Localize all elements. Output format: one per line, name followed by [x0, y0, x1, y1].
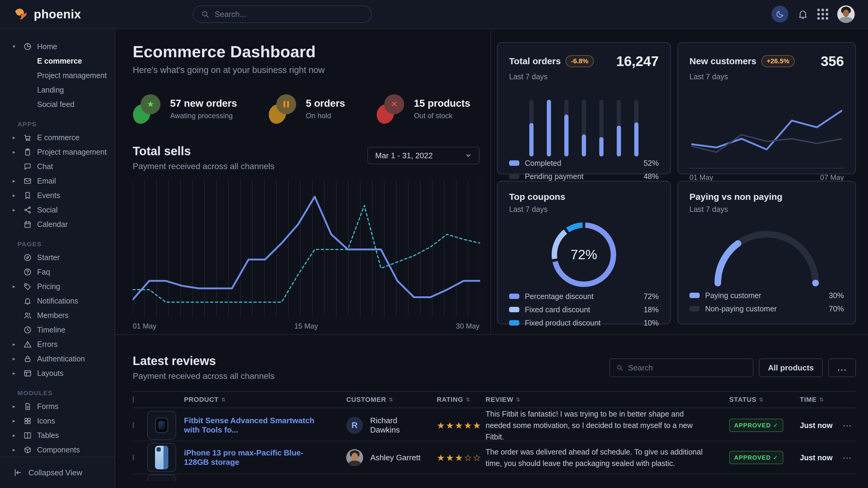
sidebar-item-authentication[interactable]: ▸Authentication [13, 352, 108, 366]
date-range-select[interactable]: Mar 1 - 31, 2022 [367, 147, 479, 164]
brand[interactable]: phoenix [13, 6, 81, 22]
stat-new-orders: ★ 57 new orders Awating processing [133, 94, 237, 123]
sidebar-item-email[interactable]: ▸Email [13, 174, 108, 188]
sidebar-item-social-feed[interactable]: Social feed [13, 97, 108, 111]
sidebar-item-social[interactable]: ▸Social [13, 202, 108, 217]
sidebar-item-starter[interactable]: Starter [13, 250, 108, 265]
column-rating[interactable]: RATING⇅ [428, 396, 486, 403]
kpi-cards: Total orders -6.8% 16,247 Last 7 days Co… [491, 29, 868, 334]
paying-card: Paying vs non paying Last 7 days Payi [677, 181, 856, 324]
sidebar-item-chat[interactable]: Chat [13, 159, 108, 174]
clipboard-icon [24, 148, 32, 156]
sidebar-item-faq[interactable]: Faq [13, 265, 108, 279]
sidebar-item-layouts[interactable]: ▸Layouts [13, 366, 108, 380]
stat-out-of-stock: ✕ 15 products Out of stock [376, 94, 470, 123]
latest-reviews-section: Latest reviews Payment received across a… [115, 335, 868, 488]
sidebar-item-ecommerce[interactable]: ▸E commerce [13, 130, 108, 145]
new-customers-badge: +26.5% [761, 55, 795, 67]
sort-icon: ⇅ [759, 396, 764, 403]
table-row-partial [133, 475, 856, 481]
reviews-search-input[interactable] [628, 363, 746, 372]
table-row: Fitbit Sense Advanced Smartwatch with To… [133, 408, 856, 441]
collapse-sidebar-button[interactable]: Collapsed View [0, 457, 115, 488]
sidebar-item-icons[interactable]: ▸Icons [13, 414, 108, 428]
sidebar-item-components[interactable]: ▸Components [13, 443, 108, 457]
customer-avatar: R [346, 417, 363, 434]
sidebar-item-timeline[interactable]: Timeline [13, 323, 108, 337]
table-row: iPhone 13 pro max-Pacific Blue-128GB sto… [133, 441, 856, 475]
review-text: The order was delivered ahead of schedul… [486, 446, 715, 469]
total-sells-subtitle: Payment received across all channels [133, 162, 275, 171]
legend-non-paying: Non-paying customer 70% [689, 302, 844, 315]
legend-paying: Paying customer 30% [689, 289, 844, 302]
column-product[interactable]: PRODUCT⇅ [184, 396, 335, 403]
column-time[interactable]: TIME⇅ [787, 396, 838, 403]
sidebar-item-project-management[interactable]: ▸Project management [13, 145, 108, 159]
reviews-subtitle: Payment received across all channels [133, 371, 275, 381]
product-link[interactable]: iPhone 13 pro max-Pacific Blue-128GB sto… [184, 448, 335, 467]
row-checkbox[interactable] [133, 454, 134, 461]
review-time: Just now [787, 421, 838, 430]
global-search-input[interactable] [215, 10, 364, 19]
sidebar-item-calendar[interactable]: Calendar [13, 217, 108, 231]
bell-icon [24, 297, 32, 305]
orders-star-icon: ★ [133, 94, 162, 123]
sidebar-item-landing[interactable]: Landing [13, 83, 108, 97]
sidebar-heading-modules: MODULES [18, 389, 108, 397]
collapse-left-icon [13, 468, 22, 477]
sort-icon: ⇅ [819, 396, 824, 403]
theme-toggle-button[interactable] [772, 6, 788, 23]
caret-right-icon: ▸ [13, 207, 18, 213]
caret-right-icon: ▸ [13, 447, 18, 453]
reviews-table: PRODUCT⇅ CUSTOMER⇅ RATING⇅ REVIEW⇅ STATU… [133, 391, 856, 481]
all-products-button[interactable]: All products [759, 358, 823, 377]
row-menu-button[interactable]: ⋯ [838, 420, 856, 431]
column-review[interactable]: REVIEW⇅ [486, 396, 715, 403]
caret-right-icon: ▸ [13, 356, 18, 362]
cart-icon [24, 133, 32, 142]
sidebar-item-pricing[interactable]: ▸Pricing [13, 279, 108, 294]
notifications-button[interactable] [798, 9, 808, 20]
sidebar-item-events[interactable]: ▸Events [13, 188, 108, 202]
sidebar-item-project-management-home[interactable]: Project management [13, 68, 108, 83]
global-search[interactable] [193, 5, 372, 23]
question-circle-icon [24, 268, 32, 276]
sidebar-item-forms[interactable]: ▸Forms [13, 399, 108, 414]
sidebar-item-members[interactable]: Members [13, 308, 108, 323]
column-customer[interactable]: CUSTOMER⇅ [335, 396, 428, 403]
caret-right-icon: ▸ [13, 341, 18, 347]
page-title: Ecommerce Dashboard [133, 42, 479, 61]
coupons-donut-chart: 72% [549, 220, 619, 290]
product-link[interactable]: Fitbit Sense Advanced Smartwatch with To… [184, 416, 335, 435]
customer-cell: Ashley Garrett [335, 449, 428, 466]
customers-x-axis: 01 May 07 May [689, 173, 844, 182]
tag-icon [24, 283, 32, 291]
sort-icon: ⇅ [389, 396, 394, 403]
sidebar: ▾ Home E commerce Project management Lan… [0, 29, 115, 488]
page-subtitle: Here's what's going on at your business … [133, 65, 479, 75]
customer-cell: R Richard Dawkins [335, 416, 428, 435]
select-all-checkbox[interactable] [133, 396, 134, 403]
share-icon [24, 206, 32, 214]
main-content: Ecommerce Dashboard Here's what's going … [115, 29, 868, 488]
lock-icon [24, 355, 32, 363]
squares-grid-icon [24, 417, 32, 425]
row-menu-button[interactable]: ⋯ [838, 452, 856, 463]
review-text: This Fitbit is fantastic! I was trying t… [486, 408, 715, 443]
legend-completed: Completed 52% [509, 157, 659, 170]
sidebar-item-errors[interactable]: ▸Errors [13, 337, 108, 352]
caret-right-icon: ▸ [13, 134, 18, 140]
sidebar-item-home[interactable]: ▾ Home [13, 39, 108, 54]
sidebar-item-tables[interactable]: ▸Tables [13, 428, 108, 443]
column-status[interactable]: STATUS⇅ [715, 396, 787, 403]
reviews-search[interactable] [609, 358, 753, 377]
sidebar-item-ecommerce-home[interactable]: E commerce [13, 54, 108, 68]
sidebar-item-notifications[interactable]: Notifications [13, 294, 108, 308]
user-avatar[interactable] [837, 5, 855, 23]
reviews-more-button[interactable]: ... [828, 358, 856, 377]
sidebar-heading-pages: PAGES [18, 240, 108, 248]
pie-chart-icon [24, 42, 32, 51]
apps-grid-button[interactable] [817, 9, 828, 20]
app: phoenix ▾ [0, 0, 868, 488]
row-checkbox[interactable] [133, 422, 134, 428]
